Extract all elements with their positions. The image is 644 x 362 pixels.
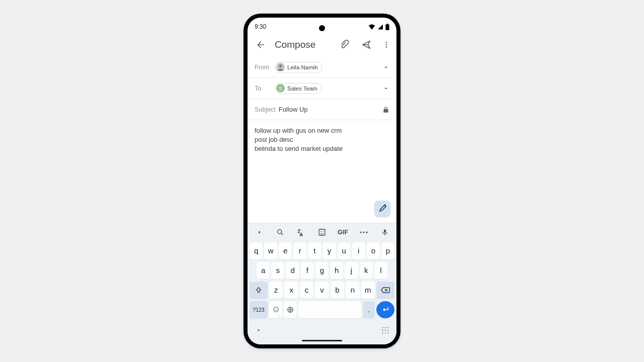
- key-t[interactable]: t: [308, 242, 321, 259]
- svg-point-22: [382, 332, 383, 333]
- svg-point-8: [360, 231, 362, 233]
- kbd-mic-icon[interactable]: [376, 225, 393, 239]
- key-emoji[interactable]: ,: [269, 301, 282, 318]
- svg-point-19: [382, 329, 383, 330]
- key-l[interactable]: l: [374, 262, 387, 279]
- to-avatar: S: [276, 84, 285, 93]
- from-label: From: [255, 64, 275, 71]
- from-field[interactable]: From Leila Namih: [248, 57, 396, 78]
- back-button[interactable]: [253, 37, 269, 53]
- to-chip[interactable]: S Sales Team: [275, 83, 322, 94]
- svg-point-3: [279, 64, 282, 67]
- more-button[interactable]: [380, 37, 392, 53]
- body-line: follow up with gus on new crm: [255, 126, 389, 135]
- svg-point-7: [323, 231, 324, 232]
- key-p[interactable]: p: [381, 242, 394, 259]
- key-k[interactable]: k: [360, 262, 373, 279]
- key-u[interactable]: u: [338, 242, 351, 259]
- send-button[interactable]: [358, 37, 374, 53]
- kbd-sticker-icon[interactable]: [313, 225, 331, 239]
- key-y[interactable]: y: [323, 242, 336, 259]
- key-v[interactable]: v: [315, 282, 329, 299]
- phone-frame: 9:30 Compose: [244, 14, 400, 348]
- lock-icon: [382, 106, 389, 113]
- to-label: To: [255, 85, 275, 92]
- svg-point-10: [366, 231, 368, 233]
- from-chevron-down-icon[interactable]: [382, 64, 389, 71]
- key-j[interactable]: j: [345, 262, 358, 279]
- svg-point-0: [386, 42, 387, 43]
- subject-value: Follow Up: [279, 106, 308, 113]
- kbd-back-icon[interactable]: [251, 225, 268, 239]
- key-m[interactable]: m: [361, 282, 375, 299]
- key-e[interactable]: e: [279, 242, 292, 259]
- svg-point-13: [275, 309, 275, 309]
- svg-rect-5: [319, 229, 325, 235]
- kbd-row-3: z x c v b n m: [250, 282, 394, 299]
- body-line: belinda to send market update: [255, 144, 389, 153]
- key-h[interactable]: h: [330, 262, 343, 279]
- key-space[interactable]: [298, 301, 361, 318]
- svg-rect-11: [384, 229, 386, 233]
- to-chevron-down-icon[interactable]: [382, 85, 389, 92]
- from-chip[interactable]: Leila Namih: [275, 62, 323, 73]
- from-avatar: [276, 63, 285, 71]
- key-symbols[interactable]: ?123: [250, 301, 268, 318]
- svg-point-6: [320, 231, 321, 232]
- key-b[interactable]: b: [331, 282, 344, 299]
- keyboard-toolbar: GIF: [248, 223, 396, 241]
- key-o[interactable]: o: [367, 242, 380, 259]
- svg-point-24: [387, 332, 388, 333]
- ai-write-fab[interactable]: [374, 201, 390, 217]
- key-shift[interactable]: [250, 282, 268, 299]
- kbd-collapse-icon[interactable]: [253, 327, 265, 334]
- status-time: 9:30: [255, 23, 266, 30]
- key-backspace[interactable]: [376, 282, 394, 299]
- key-g[interactable]: g: [315, 262, 329, 279]
- svg-point-4: [277, 229, 281, 233]
- from-name: Leila Namih: [287, 64, 318, 70]
- svg-point-20: [385, 329, 386, 330]
- wifi-icon: [368, 24, 375, 30]
- key-d[interactable]: d: [286, 262, 299, 279]
- kbd-translate-icon[interactable]: [292, 225, 309, 239]
- key-a[interactable]: a: [257, 262, 270, 279]
- gesture-nav-pill[interactable]: [302, 340, 342, 342]
- cell-signal-icon: [377, 24, 383, 30]
- key-z[interactable]: z: [269, 282, 283, 299]
- to-field[interactable]: To S Sales Team: [248, 78, 396, 99]
- key-globe[interactable]: [284, 301, 297, 318]
- key-n[interactable]: n: [346, 282, 359, 299]
- svg-point-17: [385, 327, 386, 328]
- compose-body[interactable]: follow up with gus on new crm post job d…: [248, 120, 396, 223]
- key-x[interactable]: x: [284, 282, 298, 299]
- key-i[interactable]: i: [352, 242, 365, 259]
- compose-app-bar: Compose: [248, 33, 396, 57]
- key-period[interactable]: .: [363, 301, 375, 318]
- front-camera: [319, 25, 325, 31]
- svg-point-23: [385, 332, 386, 333]
- app-title: Compose: [275, 39, 315, 50]
- kbd-search-icon[interactable]: [272, 225, 289, 239]
- kbd-row-4: ?123 , .: [250, 301, 394, 318]
- subject-field[interactable]: Subject Follow Up: [248, 99, 396, 120]
- key-s[interactable]: s: [271, 262, 284, 279]
- key-q[interactable]: q: [250, 242, 263, 259]
- key-f[interactable]: f: [301, 262, 314, 279]
- key-c[interactable]: c: [300, 282, 313, 299]
- svg-point-18: [387, 327, 388, 328]
- to-name: Sales Team: [287, 85, 317, 92]
- svg-point-16: [382, 327, 383, 328]
- kbd-row-1: q w e r t y u i o p: [250, 242, 394, 259]
- phone-screen: 9:30 Compose: [248, 18, 396, 344]
- keyboard-bottom-bar: [248, 323, 396, 340]
- key-w[interactable]: w: [264, 242, 277, 259]
- kbd-more-icon[interactable]: [355, 225, 372, 239]
- key-enter[interactable]: [376, 301, 394, 318]
- kbd-grid-icon[interactable]: [379, 327, 391, 334]
- svg-point-9: [363, 231, 365, 233]
- kbd-gif-button[interactable]: GIF: [335, 225, 352, 239]
- key-r[interactable]: r: [293, 242, 306, 259]
- attach-button[interactable]: [336, 37, 352, 53]
- body-line: post job desc: [255, 135, 389, 144]
